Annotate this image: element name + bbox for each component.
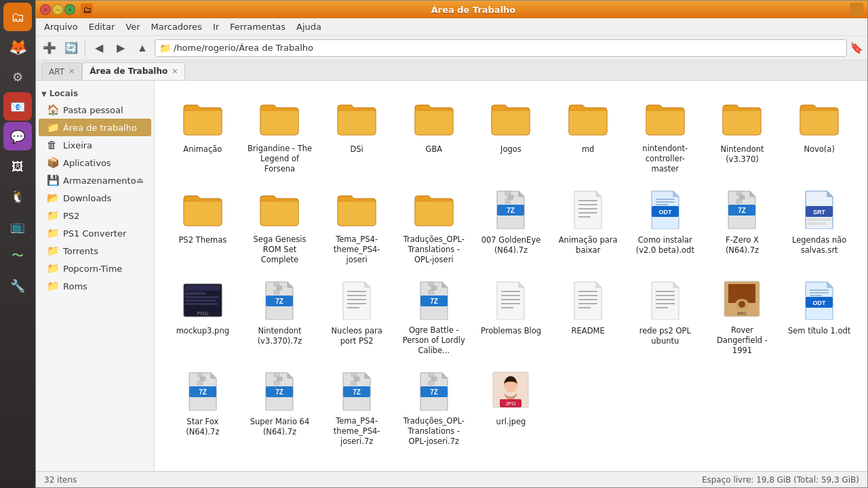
file-item-problemas-blog[interactable]: Problemas Blog — [474, 273, 549, 361]
svg-rect-29 — [185, 303, 218, 305]
title-bar: × − + 🗂 Área de Trabalho — [36, 1, 867, 18]
file-item-legendas[interactable]: SRT Legendas não salvas.srt — [782, 182, 856, 270]
file-item-mockup3[interactable]: PNG mockup3.png — [165, 273, 240, 361]
sidebar-item-lixeira[interactable]: 🗑 Lixeira — [39, 136, 151, 154]
taskbar-chat-icon[interactable]: 💬 — [3, 122, 32, 150]
menu-bar: Arquivo Editar Ver Marcadores Ir Ferrame… — [36, 18, 867, 36]
location-bookmark-icon[interactable]: 🔖 — [850, 41, 863, 54]
file-item-tema-ps4-joseri[interactable]: Tema_PS4-theme_PS4-joseri — [319, 182, 394, 270]
section-label: Locais — [50, 89, 78, 98]
file-item-novo[interactable]: Novo(a) — [782, 92, 856, 180]
taskbar-pulse-icon[interactable]: 〜 — [3, 241, 32, 270]
sidebar-item-torrents[interactable]: 📁 Torrents — [39, 242, 151, 260]
tab-art-close[interactable]: ✕ — [68, 67, 75, 76]
eject-icon[interactable]: ⏏ — [136, 176, 144, 185]
taskbar-monitor-icon[interactable]: 📺 — [3, 211, 32, 240]
file-name: Tema_PS4-theme_PS4-joseri.7z — [324, 416, 389, 447]
file-item-ps2-themas[interactable]: PS2 Themas — [165, 182, 240, 270]
sidebar: ▼ Locais 🏠 Pasta pessoal 📁 Área de traba… — [36, 81, 155, 471]
location-bar[interactable]: 📁 /home/rogerio/Área de Trabalho — [155, 39, 847, 57]
file-item-super-mario-64[interactable]: 7Z Super Mario 64 (N64).7z — [243, 364, 317, 452]
sidebar-item-roms[interactable]: 📁 Roms — [39, 277, 151, 295]
file-item-dsi[interactable]: DSi — [319, 92, 394, 180]
up-button[interactable]: ▲ — [133, 39, 152, 58]
folder-icon — [335, 188, 378, 230]
file-item-traducoes-opl[interactable]: Traduções_OPL-Translations - OPL-joseri — [397, 182, 471, 270]
menu-ferramentas[interactable]: Ferramentas — [224, 20, 291, 34]
svg-rect-43 — [429, 282, 434, 286]
file-name: Nucleos para port PS2 — [324, 326, 389, 346]
sidebar-item-popcorn[interactable]: 📁 Popcorn-Time — [39, 260, 151, 277]
archive-icon: 7Z — [412, 279, 456, 321]
file-item-brigandine[interactable]: Brigandine - The Legend of Forsena — [243, 92, 317, 180]
taskbar-firefox-icon[interactable]: 🦊 — [3, 33, 32, 61]
menu-arquivo[interactable]: Arquivo — [39, 20, 83, 34]
taskbar-linux-icon[interactable]: 🐧 — [3, 182, 32, 210]
window-title: Área de Trabalho — [97, 5, 850, 15]
file-item-traducoes-7z[interactable]: 7Z Traduções_OPL-Translations - OPL-jose… — [397, 364, 471, 452]
file-item-animacao[interactable]: Animação — [165, 92, 240, 180]
folder-icon — [181, 97, 224, 140]
taskbar-files-icon[interactable]: 🗂 — [3, 3, 32, 31]
sidebar-item-pasta-pessoal[interactable]: 🏠 Pasta pessoal — [39, 101, 151, 119]
back-button[interactable]: ◀ — [90, 39, 108, 58]
svg-rect-88 — [429, 373, 434, 377]
file-item-nintendont-7z[interactable]: 7Z Nintendont (v3.370).7z — [243, 273, 317, 361]
file-item-nintendont-controller-master[interactable]: nintendont-controller-master — [628, 92, 703, 180]
sidebar-item-aplicativos[interactable]: 📦 Aplicativos — [39, 154, 151, 171]
folder-icon — [181, 188, 224, 231]
svg-text:ODT: ODT — [658, 209, 672, 216]
file-item-007-golden-eye[interactable]: 7Z 007 GoldenEye (N64).7z — [474, 182, 549, 270]
file-item-rede-ps2[interactable]: rede ps2 OPL ubuntu — [628, 273, 703, 361]
file-item-readme[interactable]: README — [551, 273, 625, 361]
svg-text:7Z: 7Z — [276, 298, 284, 305]
file-item-f-zero-x[interactable]: 7Z F-Zero X (N64).7z — [705, 182, 780, 270]
sidebar-item-ps2[interactable]: 📁 PS2 — [39, 207, 151, 224]
file-item-rover[interactable]: IMG Rover Dangerfield - 1991 — [705, 273, 780, 361]
file-item-star-fox[interactable]: 7Z Star Fox (N64).7z — [165, 364, 240, 452]
new-tab-button[interactable]: ➕ — [40, 39, 59, 58]
menu-ajuda[interactable]: Ajuda — [291, 20, 327, 34]
file-name: Legendas não salvas.srt — [787, 235, 852, 256]
file-item-md[interactable]: md — [551, 92, 625, 180]
sidebar-section-locais[interactable]: ▼ Locais — [36, 86, 154, 101]
forward-button[interactable]: ▶ — [111, 39, 130, 58]
menu-ver[interactable]: Ver — [120, 20, 145, 34]
file-item-sega-genesis[interactable]: Sega Genesis ROM Set Complete — [243, 182, 317, 270]
file-item-como-instalar[interactable]: ODT Como instalar (v2.0 beta).odt — [628, 182, 703, 270]
file-name: url.jpeg — [496, 417, 526, 427]
taskbar-image-icon[interactable]: 🖼 — [3, 152, 32, 180]
sidebar-item-armazenamento[interactable]: 💾 Armazenamento ⏏ — [39, 171, 151, 189]
file-item-tema-ps4-7z[interactable]: 7Z Tema_PS4-theme_PS4-joseri.7z — [319, 364, 394, 452]
close-button[interactable]: × — [40, 4, 51, 15]
taskbar-tool-icon[interactable]: 🔧 — [3, 271, 32, 300]
reload-button[interactable]: 🔄 — [62, 39, 81, 58]
jpeg-icon: JPG — [489, 369, 532, 413]
svg-text:7Z: 7Z — [430, 388, 438, 396]
archive-icon: 7Z — [335, 369, 378, 412]
file-name: nintendont-controller-master — [633, 144, 698, 174]
sidebar-item-downloads[interactable]: 📂 Downloads — [39, 189, 151, 207]
sidebar-item-ps1-converter[interactable]: 📁 PS1 Converter — [39, 224, 151, 242]
svg-rect-33 — [274, 282, 279, 286]
taskbar-mail-icon[interactable]: 📧 — [3, 92, 32, 121]
tab-area-close[interactable]: ✕ — [172, 67, 178, 76]
tab-art[interactable]: ART ✕ — [41, 62, 82, 80]
svg-text:PNG: PNG — [197, 310, 208, 317]
minimize-button[interactable]: − — [52, 4, 63, 15]
file-item-ogre-battle[interactable]: 7Z Ogre Battle - Person of Lordly Calibe… — [397, 273, 471, 361]
file-item-sem-titulo[interactable]: ODT Sem título 1.odt — [782, 273, 856, 361]
file-item-animacao-baixar[interactable]: Animação para baixar — [551, 182, 625, 270]
file-item-url-jpeg[interactable]: JPG url.jpeg — [474, 364, 549, 452]
menu-ir[interactable]: Ir — [208, 20, 224, 34]
taskbar-settings-icon[interactable]: ⚙ — [3, 62, 32, 91]
file-item-jogos[interactable]: Jogos — [474, 92, 549, 180]
menu-marcadores[interactable]: Marcadores — [146, 20, 208, 34]
menu-editar[interactable]: Editar — [83, 20, 121, 34]
maximize-button[interactable]: + — [64, 4, 75, 15]
file-item-nucleos-ps2[interactable]: Nucleos para port PS2 — [319, 273, 394, 361]
sidebar-item-area-de-trabalho[interactable]: 📁 Área de trabalho — [39, 119, 151, 136]
file-item-gba[interactable]: GBA — [397, 92, 471, 180]
file-item-nintendont-v3370[interactable]: Nintendont (v3.370) — [705, 92, 780, 180]
tab-area-de-trabalho[interactable]: Área de Trabalho ✕ — [82, 62, 185, 80]
